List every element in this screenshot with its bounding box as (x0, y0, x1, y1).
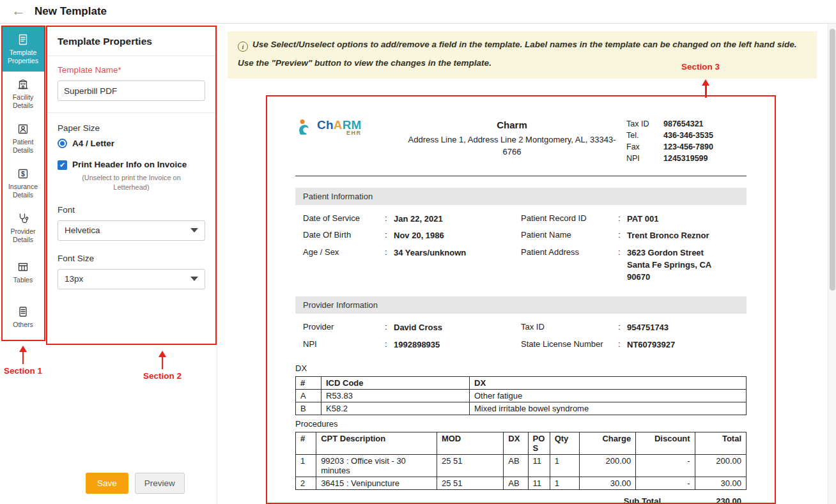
template-name-input[interactable] (58, 80, 205, 101)
header-divider (295, 176, 747, 176)
proc-cell: 36415 : Venipuncture (316, 477, 437, 490)
proc-cell: - (636, 477, 695, 490)
subtotal-row: Sub Total 230.00 (295, 494, 747, 503)
dx-cell: Other fatigue (470, 390, 747, 402)
contact-value: 123-456-7890 (663, 142, 713, 151)
panel-title: Template Properties (47, 36, 215, 56)
charm-logo: ChARM EHR (295, 118, 398, 136)
sidebar: Template Properties Facility Details Pat… (1, 26, 45, 341)
sidebar-item-label: Patient Details (4, 138, 43, 155)
clinic-address: Address Line 1, Address Line 2 Montgomer… (398, 134, 626, 158)
dx-cell: Mixed irritable bowel syndrome (470, 402, 747, 415)
field-value: PAT 001 (627, 213, 658, 225)
dx-header-cell: DX (470, 377, 747, 390)
proc-cell: AB (504, 477, 528, 490)
field-label: Provider (303, 322, 385, 332)
contact-label: Tax ID (626, 119, 663, 128)
sidebar-column: Template Properties Facility Details Pat… (0, 24, 46, 504)
field-label: Date of Service (303, 213, 385, 223)
page-title: New Template (35, 5, 107, 18)
section2-label: Section 2 (124, 371, 201, 381)
dx-table: # ICD Code DX A R53.83 Other fatigue B (295, 376, 747, 415)
field-value: 1992898935 (394, 339, 440, 351)
charm-logo-text: ChARM EHR (317, 118, 362, 136)
field-label: Patient Address (521, 247, 618, 257)
banner-line1: iUse Select/Unselect options to add/remo… (238, 38, 807, 52)
contact-value: 987654321 (663, 119, 704, 128)
procedure-row: 1 99203 : Office visit - 30 minutes 25 5… (296, 455, 747, 477)
proc-header-cell: Qty (550, 432, 579, 455)
paper-size-radio-row[interactable]: A4 / Letter (58, 139, 205, 148)
sidebar-item-others[interactable]: Others (3, 295, 44, 340)
subtotal-label: Sub Total (624, 496, 661, 503)
font-size-select[interactable]: 13px (58, 269, 205, 289)
checkbox-checked-icon[interactable]: ✔ (58, 160, 67, 170)
contact-value: 436-346-3535 (663, 131, 713, 140)
sidebar-item-insurance-details[interactable]: $ Insurance Details (3, 161, 44, 206)
proc-cell: 200.00 (579, 455, 635, 477)
section1-annotation: Section 1 (4, 346, 42, 376)
back-arrow-icon[interactable]: ← (12, 4, 26, 18)
template-name-group: Template Name* (47, 65, 215, 113)
proc-cell: 25 51 (437, 477, 503, 490)
print-header-label: Print Header Info on Invoice (72, 160, 187, 169)
radio-selected-icon[interactable] (58, 139, 67, 148)
template-properties-icon (17, 33, 29, 46)
svg-text:$: $ (21, 169, 25, 177)
proc-cell: 1 (550, 455, 579, 477)
sidebar-item-facility-details[interactable]: Facility Details (3, 72, 44, 116)
font-select-value: Helvetica (65, 225, 100, 235)
field-value: 3623 Gordon Street Santa Fe Springs, CA … (627, 247, 711, 284)
properties-column: Template Properties Template Name* Paper… (46, 24, 217, 504)
dx-cell: B (296, 402, 321, 415)
vertical-scrollbar[interactable] (828, 24, 836, 504)
procedures-table: # CPT Description MOD DX POS Qty Charge … (295, 432, 747, 490)
template-properties-panel: Template Properties Template Name* Paper… (46, 26, 217, 345)
paper-size-option-label: A4 / Letter (72, 139, 114, 148)
scrollbar-thumb[interactable] (830, 29, 835, 291)
info-icon: i (238, 42, 248, 52)
preview-button[interactable]: Preview (135, 473, 185, 494)
superbill-document: ChARM EHR Charm Address Line 1, Address … (295, 118, 747, 504)
sidebar-item-template-properties[interactable]: Template Properties (3, 27, 44, 72)
facility-icon (17, 78, 29, 91)
subtotal-value: 230.00 (695, 496, 741, 503)
insurance-icon: $ (17, 167, 29, 180)
sidebar-item-label: Facility Details (4, 93, 43, 110)
field-value: Nov 20, 1986 (394, 230, 444, 242)
template-preview: ChARM EHR Charm Address Line 1, Address … (266, 95, 776, 504)
dx-header-row: # ICD Code DX (296, 377, 747, 390)
section1-arrow-icon (22, 351, 24, 364)
section1-label: Section 1 (4, 366, 42, 376)
proc-header-cell: Total (695, 432, 746, 455)
sidebar-item-tables[interactable]: Tables (3, 250, 44, 295)
proc-header-cell: CPT Description (316, 432, 437, 455)
document-header: ChARM EHR Charm Address Line 1, Address … (295, 118, 747, 165)
provider-information-header: Provider Information (295, 296, 747, 314)
dx-header-cell: # (296, 377, 321, 390)
sidebar-item-provider-details[interactable]: Provider Details (3, 206, 44, 250)
font-size-label: Font Size (58, 254, 205, 263)
save-button[interactable]: Save (86, 473, 128, 494)
section2-arrow-icon (162, 356, 164, 369)
print-header-note: (Unselect to print the Invoice on Letter… (68, 173, 196, 192)
charm-logo-icon (295, 118, 313, 136)
sidebar-item-patient-details[interactable]: Patient Details (3, 116, 44, 161)
contact-label: NPI (626, 154, 663, 163)
proc-cell: 11 (528, 455, 550, 477)
panel-buttons: Save Preview (46, 473, 217, 504)
tables-icon (17, 261, 29, 273)
font-select[interactable]: Helvetica (58, 220, 205, 241)
content-area: Template Properties Facility Details Pat… (0, 24, 836, 504)
proc-header-cell: POS (528, 432, 550, 455)
print-header-checkbox-row[interactable]: ✔ Print Header Info on Invoice (58, 160, 205, 170)
dx-row: B K58.2 Mixed irritable bowel syndrome (296, 402, 747, 415)
field-label: Patient Name (521, 230, 618, 240)
proc-cell: 1 (296, 455, 316, 477)
field-label: Age / Sex (303, 247, 385, 257)
section3-label: Section 3 (681, 62, 720, 72)
procedures-header-row: # CPT Description MOD DX POS Qty Charge … (296, 432, 747, 455)
proc-cell: 30.00 (579, 477, 635, 490)
info-banner: iUse Select/Unselect options to add/remo… (228, 31, 817, 79)
section3-annotation (705, 80, 707, 100)
